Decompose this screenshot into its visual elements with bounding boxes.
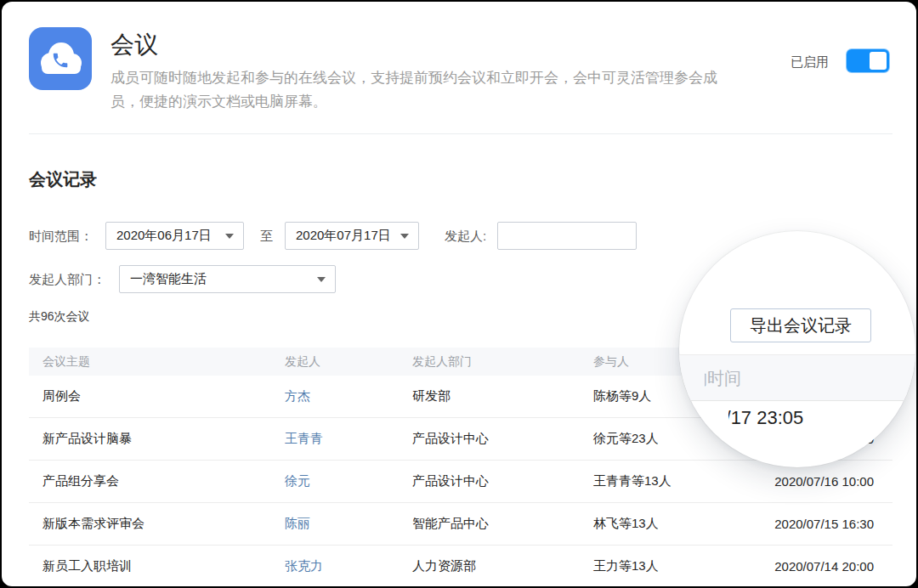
department-select[interactable]: 一湾智能生活 [119, 265, 336, 293]
initiator-label: 发起人: [445, 229, 486, 245]
cloud-phone-icon [29, 27, 92, 90]
cell-participants: 王青青等13人 [593, 473, 762, 489]
time-range-label: 时间范围： [29, 229, 93, 245]
department-value: 一湾智能生活 [130, 271, 207, 287]
magnified-time-column-header: 预约时间 [705, 367, 747, 391]
initiator-input[interactable] [497, 222, 637, 250]
initiator-link[interactable]: 王青青 [285, 431, 412, 447]
cell-time: 2020/07/14 20:00 [762, 559, 874, 574]
toggle-knob-icon [870, 52, 887, 70]
header-topic: 会议主题 [42, 354, 285, 370]
header-initiator: 发起人 [285, 354, 412, 370]
to-label: 至 [260, 229, 273, 245]
date-to-value: 2020年07月17日 [296, 228, 391, 244]
initiator-link[interactable]: 张克力 [285, 558, 412, 574]
header-divider [29, 133, 892, 134]
cell-topic: 产品组分享会 [42, 473, 285, 489]
export-records-button[interactable]: 导出会议记录 [730, 308, 871, 342]
cell-department: 人力资源部 [412, 558, 593, 574]
magnifier-circle: 导出会议记录 预约时间 2020/07/17 23:05 [679, 231, 915, 467]
date-to-select[interactable]: 2020年07月17日 [285, 222, 419, 250]
magnified-table-header: 预约时间 [679, 354, 915, 401]
chevron-down-icon [225, 234, 234, 239]
page-title: 会议 [110, 29, 158, 61]
cell-topic: 新产品设计脑暴 [42, 431, 285, 447]
magnified-first-row-time: 2020/07/17 23:05 [728, 407, 849, 434]
chevron-down-icon [400, 234, 409, 239]
cell-participants: 林飞等13人 [593, 516, 762, 532]
cell-department: 研发部 [412, 388, 593, 404]
meeting-settings-page: 会议 成员可随时随地发起和参与的在线会议，支持提前预约会议和立即开会，会中可灵活… [0, 0, 918, 588]
app-icon [29, 27, 92, 90]
enabled-status-label: 已启用 [790, 54, 829, 71]
cell-department: 产品设计中心 [412, 473, 593, 489]
table-row: 新员工入职培训 张克力 人力资源部 王力等13人 2020/07/14 20:0… [29, 546, 892, 588]
date-from-value: 2020年06月17日 [116, 228, 212, 244]
initiator-link[interactable]: 方杰 [285, 388, 412, 404]
header-department: 发起人部门 [412, 354, 593, 370]
app-description: 成员可随时随地发起和参与的在线会议，支持提前预约会议和立即开会，会中可灵活管理参… [110, 66, 726, 114]
meeting-count: 共96次会议 [29, 309, 90, 325]
table-row: 产品组分享会 徐元 产品设计中心 王青青等13人 2020/07/16 10:0… [29, 461, 892, 503]
chevron-down-icon [317, 277, 326, 282]
cell-topic: 新版本需求评审会 [42, 516, 285, 532]
cell-topic: 新员工入职培训 [42, 558, 285, 574]
initiator-link[interactable]: 陈丽 [285, 516, 412, 532]
cell-department: 智能产品中心 [412, 516, 593, 532]
cell-topic: 周例会 [42, 388, 285, 404]
date-from-select[interactable]: 2020年06月17日 [105, 222, 244, 250]
section-title-meeting-records: 会议记录 [29, 168, 97, 191]
initiator-link[interactable]: 徐元 [285, 473, 412, 489]
department-label: 发起人部门： [29, 272, 105, 288]
cell-participants: 王力等13人 [593, 558, 762, 574]
cell-time: 2020/07/15 16:30 [762, 517, 874, 531]
cell-time: 2020/07/16 10:00 [762, 474, 874, 489]
table-row: 新版本需求评审会 陈丽 智能产品中心 林飞等13人 2020/07/15 16:… [29, 503, 892, 546]
cell-department: 产品设计中心 [412, 431, 593, 447]
enable-toggle[interactable] [847, 49, 889, 72]
